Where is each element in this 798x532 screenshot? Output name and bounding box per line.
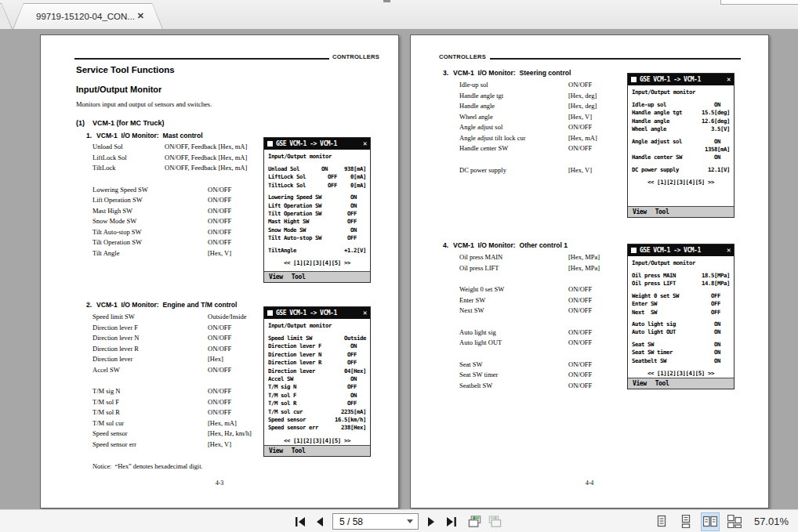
dialog-row-value: ON bbox=[714, 138, 730, 146]
single-page-view-button[interactable] bbox=[652, 512, 671, 531]
dialog-row: Idle-up solON bbox=[632, 101, 730, 109]
io-label: Speed limit SW bbox=[92, 312, 208, 323]
dialog-row-value: ON bbox=[714, 328, 730, 336]
dialog-row: Oil press MAIN18.5[MPa] bbox=[632, 272, 730, 280]
dialog-row: Auto light sigON bbox=[632, 320, 730, 328]
dialog-row-value: Outside bbox=[344, 335, 366, 342]
dialog-subtitle: Input/Output monitor bbox=[632, 89, 730, 96]
dialog-row-label bbox=[632, 146, 705, 154]
dialog-row-label: Enter SW bbox=[632, 300, 711, 308]
dialog-row: Direction lever04[Hex] bbox=[268, 367, 366, 375]
menu-view: View bbox=[633, 208, 647, 215]
document-tab[interactable]: 99719-15120-04_CON... ✕ bbox=[13, 3, 163, 29]
running-header: CONTROLLERS bbox=[439, 53, 486, 60]
io-label: Oil press MAIN bbox=[459, 252, 568, 263]
dialog-row-label: Speed limit SW bbox=[268, 335, 344, 342]
io-label: Tilt Operation SW bbox=[92, 237, 208, 248]
io-label: Angle adjust sol bbox=[459, 122, 568, 133]
zoom-percentage[interactable]: 57.01% bbox=[754, 516, 789, 527]
dialog-row-label: Handle angle tgt bbox=[632, 109, 702, 117]
menu-tool: Tool bbox=[655, 208, 669, 215]
dialog-row-label: Handle angle bbox=[632, 118, 702, 125]
section-title: VCM-1 I/O Monitor: Steering control bbox=[453, 69, 571, 77]
dialog-menubar: ViewTool bbox=[264, 445, 370, 456]
next-page-button[interactable] bbox=[424, 515, 438, 529]
dialog-row: Direction lever ROFF bbox=[268, 359, 366, 367]
dialog-row: Speed sensor16.5[km/h] bbox=[268, 416, 366, 424]
section-title: VCM-1 I/O Monitor: Mast control bbox=[96, 132, 203, 139]
section-heading-3: 3.VCM-1 I/O Monitor: Steering control bbox=[443, 69, 571, 77]
dialog-row-label: LiftLock Sol bbox=[268, 173, 328, 181]
io-label: Wheel angle bbox=[459, 112, 568, 123]
tab-partial-left[interactable] bbox=[0, 3, 13, 29]
gse-dialog-mast: GSE VCM-1 -> VCM-1✕ Input/Output monitor… bbox=[263, 137, 371, 283]
continuous-facing-view-button[interactable] bbox=[725, 512, 744, 531]
menu-tool: Tool bbox=[292, 447, 306, 454]
next-view-icon bbox=[488, 515, 502, 528]
dialog-row-value: 938[mA] bbox=[344, 165, 366, 173]
dialog-row-label: Auto light OUT bbox=[632, 328, 714, 336]
dialog-row-label: Direction lever bbox=[268, 367, 344, 375]
tab-title: 99719-15120-04_CON... bbox=[36, 12, 135, 21]
running-header: CONTROLLERS bbox=[332, 53, 379, 60]
dialog-row: Wheel angle3.5[V] bbox=[632, 125, 730, 133]
page-subtitle: Input/Output Monitor bbox=[76, 85, 161, 94]
dialog-row-label: Oil press MAIN bbox=[632, 272, 702, 280]
first-page-button[interactable] bbox=[293, 515, 307, 529]
chevron-down-icon bbox=[407, 519, 413, 523]
io-label: T/M sol cur bbox=[92, 418, 208, 429]
dialog-row-value: ON bbox=[714, 101, 730, 109]
io-label: Speed sensor bbox=[92, 429, 208, 440]
dialog-row-value: ON bbox=[350, 194, 366, 201]
previous-view-icon bbox=[468, 515, 482, 528]
menu-view: View bbox=[269, 447, 283, 454]
next-view-button[interactable] bbox=[488, 515, 502, 529]
page-number-combobox[interactable]: 5 / 58 bbox=[332, 513, 419, 530]
previous-page-button[interactable] bbox=[313, 515, 327, 529]
dialog-row-value: OFF bbox=[347, 218, 366, 226]
dialog-close-icon: ✕ bbox=[363, 309, 367, 317]
dialog-pager: << [1][2][3][4][5] >> bbox=[268, 259, 366, 266]
dialog-pager: << [1][2][3][4][5] >> bbox=[268, 437, 366, 444]
dialog-row: Weight 0 set SWOFF bbox=[632, 292, 730, 300]
document-canvas[interactable]: CONTROLLERS Service Tool Functions Input… bbox=[0, 29, 798, 509]
dialog-row-value: 1358[mA] bbox=[705, 146, 730, 154]
dialog-row-label: Direction lever R bbox=[268, 359, 347, 367]
dialog-row-label: Oil press LIFT bbox=[632, 280, 702, 288]
dialog-row-value: 3.5[V] bbox=[711, 125, 730, 133]
dialog-row: Handle angle tgt15.5[deg] bbox=[632, 109, 730, 117]
dialog-row: LiftLock SolOFF0[mA] bbox=[268, 173, 366, 181]
io-label: Handle angle bbox=[459, 101, 568, 112]
window-icon bbox=[267, 310, 273, 316]
continuous-view-button[interactable] bbox=[676, 512, 695, 531]
dialog-row-label: Auto light sig bbox=[632, 320, 714, 328]
dialog-titlebar: GSE VCM-1 -> VCM-1✕ bbox=[264, 307, 370, 319]
facing-view-button[interactable] bbox=[701, 512, 720, 531]
top-right-partial-box bbox=[720, 0, 798, 5]
tab-close-icon[interactable]: ✕ bbox=[137, 11, 144, 21]
section-title: VCM-1 I/O Monitor: Engine and T/M contro… bbox=[96, 301, 238, 309]
dialog-row-value: OFF bbox=[347, 234, 366, 242]
io-label: Unload Sol bbox=[92, 142, 165, 153]
dialog-row-value: ON bbox=[714, 320, 730, 328]
dialog-menubar: ViewTool bbox=[264, 271, 370, 282]
dialog-row-value: OFF bbox=[347, 210, 366, 218]
dialog-row-label: T/M sol R bbox=[268, 400, 347, 407]
dialog-row: DC power supply12.1[V] bbox=[632, 166, 730, 174]
last-page-button[interactable] bbox=[444, 515, 458, 529]
section-number: 1. bbox=[86, 132, 96, 139]
io-label: Enter SW bbox=[459, 295, 568, 306]
notice-text: Notice: “Hex” denotes hexadecimal digit. bbox=[92, 463, 203, 470]
dialog-row-label: Tilt Auto-stop SW bbox=[268, 234, 347, 242]
io-label: Speed sensor err bbox=[92, 440, 208, 451]
dialog-row-value: 14.8[MPa] bbox=[702, 280, 730, 288]
dialog-rows: Unload SolON938[mA]LiftLock SolOFF0[mA]T… bbox=[268, 165, 366, 255]
io-label: Seatbelt SW bbox=[459, 381, 568, 392]
menu-view: View bbox=[633, 380, 647, 387]
dialog-row-value: OFF bbox=[347, 383, 366, 391]
dialog-subtitle: Input/Output monitor bbox=[268, 153, 366, 160]
previous-view-button[interactable] bbox=[468, 515, 482, 529]
dialog-row-value: ON bbox=[350, 392, 366, 400]
dialog-row-label: TiltLock Sol bbox=[268, 182, 328, 190]
top-center-fragment bbox=[383, 0, 390, 2]
